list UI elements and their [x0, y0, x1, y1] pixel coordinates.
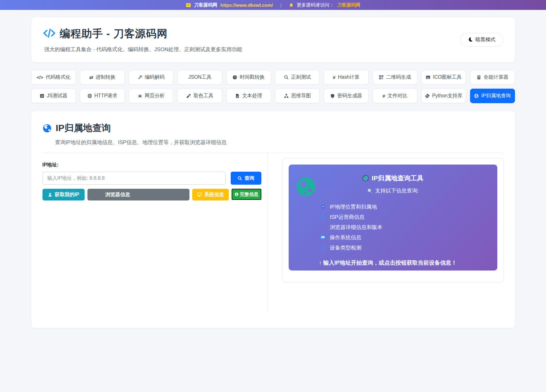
tool-tab-label: Python支持库 — [432, 93, 463, 99]
tool-tab-json[interactable]: JSON工具 — [177, 70, 222, 85]
query-button-label: 查询 — [245, 175, 255, 182]
query-button[interactable]: 查询 — [231, 172, 261, 185]
tool-tab-label: 代码格式化 — [46, 74, 70, 81]
feature-text: 浏览器详细信息和版本 — [330, 224, 383, 231]
feature-list: IP地理位置和归属地 ISP运营商信息 — [320, 202, 485, 253]
tool-tab-label: 时间戳转换 — [240, 74, 264, 81]
tool-tab-python-lib[interactable]: Python支持库 — [421, 89, 466, 103]
page-title: 编程助手 - 刀客源码网 — [60, 27, 168, 41]
info-card-subtitle: 支持以下信息查询: — [375, 187, 419, 194]
browser-info-button[interactable]: 浏览器信息 — [87, 189, 189, 200]
bell-icon — [289, 3, 294, 7]
system-info-button[interactable]: 系统信息 — [192, 189, 229, 200]
hash-icon: # — [333, 75, 335, 80]
dark-mode-button[interactable]: 暗黑模式 — [460, 33, 503, 47]
globe-icon — [87, 94, 92, 98]
lookup-form: IP地址: 查询 获取我的IP 浏 — [42, 153, 268, 313]
tool-tab-encode-decode[interactable]: 编码解码 — [129, 70, 173, 85]
tool-tab-label: HTTP请求 — [95, 93, 118, 99]
tool-tab-label: 文本处理 — [242, 93, 262, 99]
tool-tab-hash[interactable]: # Hash计算 — [324, 70, 368, 85]
tool-tab-calculator[interactable]: 全能计算器 — [470, 70, 515, 85]
globe-icon — [474, 94, 479, 98]
key-icon — [138, 75, 142, 80]
header-card: 编程助手 - 刀客源码网 强大的编程工具集合 - 代码格式化、编码转换、JSON… — [31, 17, 515, 62]
tool-tab-label: 取色工具 — [193, 93, 213, 99]
browser-info-label: 浏览器信息 — [105, 192, 130, 198]
clock-icon — [233, 75, 237, 80]
image-icon — [426, 75, 430, 80]
tool-tab-label: 思维导图 — [291, 93, 311, 99]
magnifier-icon — [367, 188, 373, 194]
header-text-block: 编程助手 - 刀客源码网 强大的编程工具集合 - 代码格式化、编码转换、JSON… — [43, 27, 242, 53]
feature-text: IP地理位置和归属地 — [330, 203, 377, 210]
tool-tab-js-tester[interactable]: JS JS测试器 — [31, 89, 76, 103]
calculator-icon — [477, 75, 481, 80]
search-icon — [284, 75, 289, 80]
list-item: ISP运营商信息 — [320, 212, 485, 222]
tool-tab-label: JS测试器 — [47, 93, 68, 99]
tool-tab-base-convert[interactable]: ⇄ 进制转换 — [80, 70, 125, 85]
tool-tab-mindmap[interactable]: 思维导图 — [275, 89, 320, 103]
tool-tab-regex[interactable]: 正则测试 — [275, 70, 320, 85]
tool-tab-label: 密码生成器 — [337, 93, 362, 99]
page-subtitle: 强大的编程工具集合 - 代码格式化、编码转换、JSON处理、正则测试及更多实用功… — [44, 46, 242, 53]
tool-tab-file-diff[interactable]: ≠ 文件对比 — [373, 89, 417, 103]
ip-label: IP地址: — [42, 162, 261, 168]
tool-tab-label: ICO图标工具 — [433, 74, 461, 81]
qrcode-icon — [379, 75, 384, 80]
spider-icon — [138, 94, 142, 98]
js-icon: JS — [40, 94, 44, 98]
ip-tool-card: IP归属地查询工具 支持以下信息查询: — [289, 165, 497, 271]
page: 刀客源码网 https://www.dkewl.com/ | 更多源码请访问： … — [0, 0, 546, 392]
full-info-button[interactable]: 完整信息 — [232, 189, 261, 200]
dark-mode-label: 暗黑模式 — [476, 37, 495, 43]
tool-tab-label: 全能计算器 — [484, 74, 508, 81]
globe-emoji-icon — [362, 175, 369, 182]
tool-tab-label: IP归属地查询 — [481, 93, 511, 99]
tool-tab-label: 网页分析 — [145, 93, 165, 99]
tool-tab-label: 二维码生成 — [386, 74, 411, 81]
site-url-link[interactable]: https://www.dkewl.com/ — [220, 2, 273, 8]
document-icon — [235, 94, 240, 98]
section-title: IP归属地查询 — [56, 122, 111, 134]
tool-tab-qrcode[interactable]: 二维码生成 — [373, 70, 417, 85]
tool-tab-code-format[interactable]: </> 代码格式化 — [31, 70, 76, 85]
tool-tab-ip-lookup[interactable]: IP归属地查询 — [470, 89, 515, 103]
tool-tab-password-gen[interactable]: 密码生成器 — [324, 89, 368, 103]
sitemap-icon — [284, 94, 289, 98]
info-card-title: IP归属地查询工具 — [372, 174, 424, 183]
info-panel: IP归属地查询工具 支持以下信息查询: — [282, 158, 504, 283]
full-info-label: 完整信息 — [240, 192, 259, 197]
more-sources-text: 更多源码请访问： — [297, 2, 334, 8]
topbar-separator: | — [280, 2, 282, 8]
system-info-label: 系统信息 — [204, 192, 224, 198]
ip-input[interactable] — [42, 172, 226, 185]
tool-tab-label: JSON工具 — [188, 74, 211, 81]
tool-tab-timestamp[interactable]: 时间戳转换 — [226, 70, 271, 85]
more-sources-link[interactable]: 刀客源码网 — [337, 2, 360, 8]
tool-tab-color-picker[interactable]: 取色工具 — [177, 89, 222, 103]
info-icon — [234, 192, 239, 196]
section-subtitle: 查询IP地址的归属地信息、ISP信息、地理位置等，并获取浏览器详细信息 — [55, 139, 504, 146]
globe-icon — [42, 124, 52, 133]
list-item: IP地理位置和归属地 — [320, 202, 485, 212]
monitor-icon — [197, 192, 202, 197]
tool-tab-label: 文件对比 — [388, 93, 407, 99]
my-ip-button[interactable]: 获取我的IP — [42, 189, 85, 200]
tool-tab-web-analyze[interactable]: 网页分析 — [129, 89, 173, 103]
info-column: IP归属地查询工具 支持以下信息查询: — [268, 153, 504, 313]
not-equal-icon: ≠ — [383, 93, 385, 99]
list-item: 浏览器详细信息和版本 — [320, 222, 485, 232]
shield-icon — [330, 94, 335, 98]
tool-tab-http[interactable]: HTTP请求 — [80, 89, 125, 103]
code-logo-icon — [43, 28, 55, 40]
list-item: 操作系统信息 — [320, 232, 485, 243]
globe-watermark-icon — [296, 177, 316, 197]
site-name: 刀客源码网 — [194, 2, 217, 8]
person-icon — [48, 192, 52, 197]
list-item: 设备类型检测 — [320, 243, 485, 253]
main-card: IP归属地查询 查询IP地址的归属地信息、ISP信息、地理位置等，并获取浏览器详… — [31, 111, 515, 328]
tool-tab-ico[interactable]: ICO图标工具 — [421, 70, 466, 85]
tool-tab-text-process[interactable]: 文本处理 — [226, 89, 271, 103]
